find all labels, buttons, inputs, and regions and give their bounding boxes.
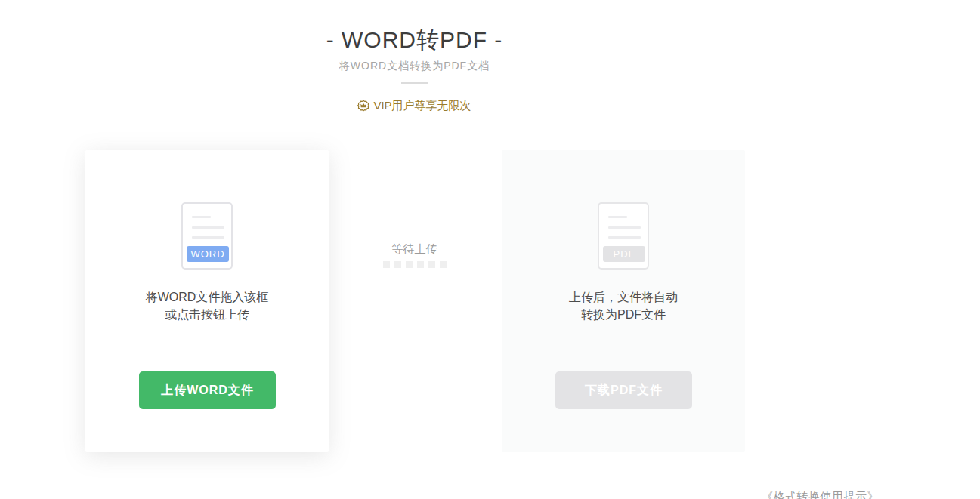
upload-word-button[interactable]: 上传WORD文件 [139, 371, 276, 409]
pdf-document-icon: PDF [598, 202, 649, 270]
upload-dropzone-card[interactable]: WORD 将WORD文件拖入该框 或点击按钮上传 上传WORD文件 [85, 150, 329, 452]
doc-text-line [192, 226, 224, 229]
vip-badge-icon [357, 100, 369, 112]
result-hint-line2: 转换为PDF文件 [502, 306, 745, 323]
doc-text-line [608, 236, 641, 239]
doc-text-line [192, 236, 224, 239]
pdf-format-badge: PDF [603, 246, 645, 262]
page-title: - WORD转PDF - [0, 25, 829, 56]
word-document-icon: WORD [181, 202, 233, 270]
vip-note-label: VIP用户尊享无限次 [373, 99, 471, 112]
doc-text-line [608, 226, 641, 229]
vip-note: VIP用户尊享无限次 [0, 99, 829, 113]
doc-text-line [192, 216, 211, 218]
result-hint-line1: 上传后，文件将自动 [502, 288, 745, 306]
page-subtitle: 将WORD文档转换为PDF文档 [0, 60, 829, 73]
format-tips-link[interactable]: 《格式转换使用提示》 [762, 490, 879, 499]
doc-text-line [608, 216, 627, 218]
upload-hint-line1: 将WORD文件拖入该框 [85, 288, 329, 306]
download-pdf-button[interactable]: 下载PDF文件 [555, 371, 692, 409]
result-card: PDF 上传后，文件将自动 转换为PDF文件 下载PDF文件 [502, 150, 745, 452]
header-divider [401, 82, 428, 84]
upload-hint-text: 将WORD文件拖入该框 或点击按钮上传 [85, 288, 329, 323]
upload-hint-line2: 或点击按钮上传 [85, 306, 329, 323]
result-hint-text: 上传后，文件将自动 转换为PDF文件 [502, 288, 745, 323]
